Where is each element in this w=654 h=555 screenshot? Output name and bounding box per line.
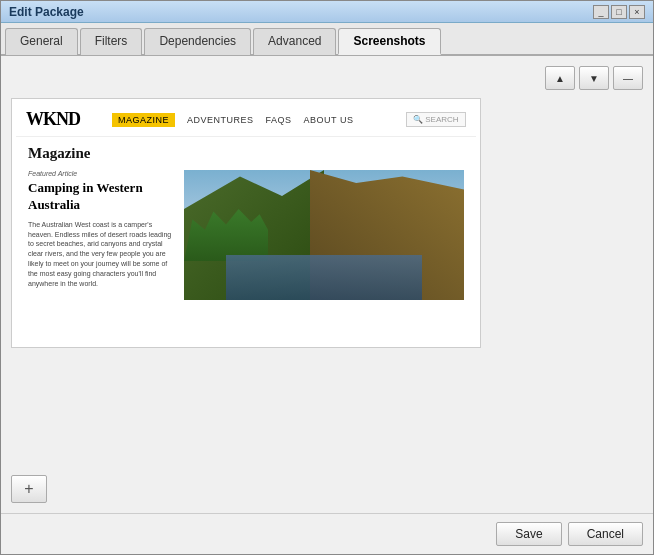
window-title: Edit Package — [9, 5, 84, 19]
screenshots-container: ▲ ▼ — WKND — [11, 66, 643, 503]
nav-adventures: ADVENTURES — [187, 115, 254, 125]
footer-bar: Save Cancel — [1, 513, 653, 554]
top-controls: ▲ ▼ — — [11, 66, 643, 90]
page-title: Magazine — [28, 145, 464, 162]
tabs-bar: General Filters Dependencies Advanced Sc… — [1, 23, 653, 56]
move-up-button[interactable]: ▲ — [545, 66, 575, 90]
article-title: Camping in Western Australia — [28, 180, 174, 214]
move-down-button[interactable]: ▼ — [579, 66, 609, 90]
tab-screenshots[interactable]: Screenshots — [338, 28, 440, 55]
nav-search: 🔍 SEARCH — [406, 112, 466, 127]
tab-general[interactable]: General — [5, 28, 78, 55]
minimize-button[interactable]: _ — [593, 5, 609, 19]
cancel-button[interactable]: Cancel — [568, 522, 643, 546]
content-area: ▲ ▼ — WKND — [1, 56, 653, 513]
tab-dependencies[interactable]: Dependencies — [144, 28, 251, 55]
article-image — [184, 170, 464, 300]
add-screenshot-button[interactable]: + — [11, 475, 47, 503]
nav-faqs: FAQS — [266, 115, 292, 125]
mini-nav: WKND MAGAZINE ADVENTURES FAQS ABOUT US 🔍… — [16, 103, 476, 137]
screenshots-list: WKND MAGAZINE ADVENTURES FAQS ABOUT US 🔍… — [11, 98, 643, 469]
article-tag: Featured Article — [28, 170, 174, 177]
article-body: The Australian West coast is a camper's … — [28, 220, 174, 289]
edit-package-window: Edit Package _ □ × General Filters Depen… — [0, 0, 654, 555]
nav-about: ABOUT US — [304, 115, 354, 125]
maximize-button[interactable]: □ — [611, 5, 627, 19]
site-logo: WKND — [26, 109, 80, 130]
mini-article: Featured Article Camping in Western Aust… — [28, 170, 464, 300]
tab-filters[interactable]: Filters — [80, 28, 143, 55]
window-controls: _ □ × — [593, 5, 645, 19]
screenshot-item[interactable]: WKND MAGAZINE ADVENTURES FAQS ABOUT US 🔍… — [11, 98, 481, 348]
close-button[interactable]: × — [629, 5, 645, 19]
nav-magazine: MAGAZINE — [112, 113, 175, 127]
mini-body: Magazine Featured Article Camping in Wes… — [16, 137, 476, 343]
save-button[interactable]: Save — [496, 522, 561, 546]
screenshot-preview: WKND MAGAZINE ADVENTURES FAQS ABOUT US 🔍… — [16, 103, 476, 343]
article-text: Featured Article Camping in Western Aust… — [28, 170, 174, 300]
remove-button[interactable]: — — [613, 66, 643, 90]
tab-advanced[interactable]: Advanced — [253, 28, 336, 55]
mini-site: WKND MAGAZINE ADVENTURES FAQS ABOUT US 🔍… — [16, 103, 476, 343]
title-bar: Edit Package _ □ × — [1, 1, 653, 23]
